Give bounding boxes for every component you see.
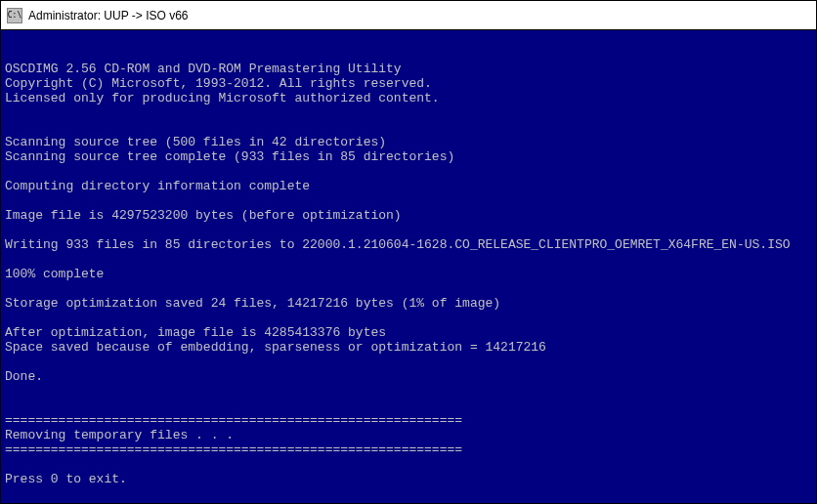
terminal-line [5, 223, 812, 237]
cmd-icon: C:\ [7, 8, 22, 23]
terminal-line [5, 164, 812, 179]
window-title: Administrator: UUP -> ISO v66 [28, 9, 189, 22]
terminal-line: ========================================… [5, 413, 812, 428]
window-titlebar[interactable]: C:\ Administrator: UUP -> ISO v66 [1, 1, 816, 30]
terminal-line: OSCDIMG 2.56 CD-ROM and DVD-ROM Premaste… [5, 62, 812, 76]
terminal-line: Done. [5, 369, 812, 384]
terminal-line [5, 120, 812, 135]
terminal-line: Storage optimization saved 24 files, 142… [5, 296, 812, 311]
terminal-line [5, 311, 812, 325]
terminal-line: Scanning source tree complete (933 files… [5, 149, 812, 164]
terminal-line: ========================================… [5, 442, 812, 457]
terminal-line [5, 457, 812, 472]
terminal-line: Computing directory information complete [5, 179, 812, 193]
terminal-line: Image file is 4297523200 bytes (before o… [5, 208, 812, 223]
terminal-line: Licensed only for producing Microsoft au… [5, 91, 812, 105]
terminal-line [5, 105, 812, 120]
terminal-line [5, 252, 812, 267]
terminal-line: Copyright (C) Microsoft, 1993-2012. All … [5, 76, 812, 91]
terminal-line: Removing temporary files . . . [5, 428, 812, 442]
terminal-line: Space saved because of embedding, sparse… [5, 340, 812, 355]
terminal-output[interactable]: OSCDIMG 2.56 CD-ROM and DVD-ROM Premaste… [1, 30, 816, 503]
terminal-line: Press 0 to exit. [5, 472, 812, 486]
cmd-icon-label: C:\ [8, 11, 22, 20]
terminal-line [5, 399, 812, 413]
terminal-line [5, 355, 812, 369]
terminal-line [5, 193, 812, 208]
terminal-line: After optimization, image file is 428541… [5, 325, 812, 340]
terminal-line [5, 281, 812, 296]
terminal-line: Scanning source tree (500 files in 42 di… [5, 135, 812, 149]
terminal-line: Writing 933 files in 85 directories to 2… [5, 237, 812, 252]
terminal-line: 100% complete [5, 267, 812, 281]
terminal-line [5, 384, 812, 399]
